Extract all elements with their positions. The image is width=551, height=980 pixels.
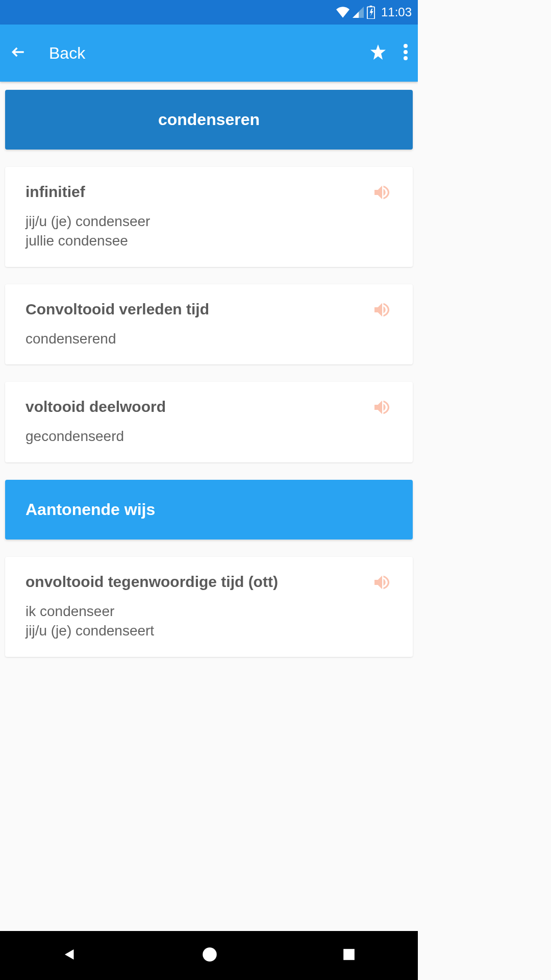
signal-icon [353,7,364,18]
conjugation-card: Convoltooid verleden tijd condenserend [5,284,413,365]
speaker-icon[interactable] [372,182,392,205]
toolbar: Back [0,24,418,82]
section-header-text: Aantonende wijs [26,500,392,519]
speaker-icon[interactable] [372,572,392,595]
card-title: voltooid deelwoord [26,398,392,415]
svg-point-4 [404,56,408,60]
svg-rect-1 [370,6,372,7]
content-area: condenseren infinitief jij/u (je) conden… [0,82,418,682]
section-header-card[interactable]: Aantonende wijs [5,480,413,540]
svg-point-2 [404,44,408,48]
card-body: condenserend [26,329,392,349]
svg-point-3 [404,50,408,54]
word-header-card[interactable]: condenseren [5,90,413,150]
status-bar: 11:03 [0,0,418,24]
conjugation-card: infinitief jij/u (je) condenseer jullie … [5,167,413,267]
word-header-text: condenseren [15,110,403,129]
battery-charging-icon [367,6,375,19]
back-arrow-icon[interactable] [10,44,27,62]
card-body: gecondenseerd [26,427,392,446]
card-title: Convoltooid verleden tijd [26,301,392,318]
status-time: 11:03 [381,5,412,19]
more-vert-icon[interactable] [404,44,408,62]
card-body: jij/u (je) condenseer jullie condensee [26,212,392,251]
toolbar-title: Back [49,44,353,63]
speaker-icon[interactable] [372,397,392,420]
card-body: ik condenseer jij/u (je) condenseert [26,602,392,641]
speaker-icon[interactable] [372,300,392,322]
card-title: onvoltooid tegenwoordige tijd (ott) [26,573,392,591]
card-title: infinitief [26,183,392,201]
conjugation-card: onvoltooid tegenwoordige tijd (ott) ik c… [5,557,413,657]
conjugation-card: voltooid deelwoord gecondenseerd [5,382,413,462]
star-icon[interactable] [369,43,387,63]
wifi-icon [336,7,349,18]
